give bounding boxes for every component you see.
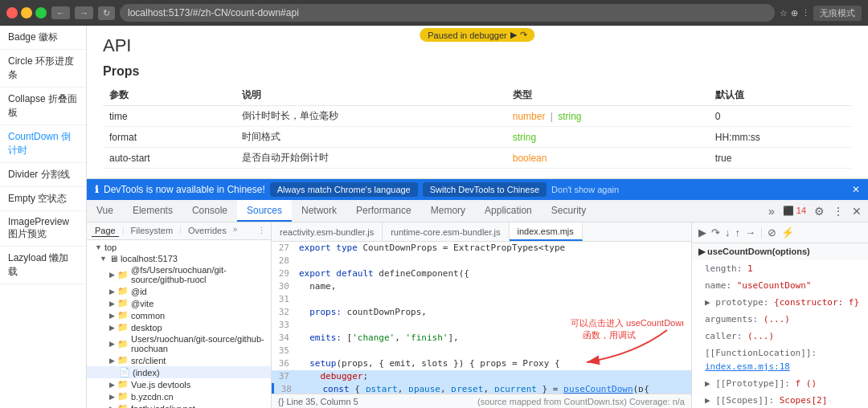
sidebar-item-collapse[interactable]: Collapse 折叠面板: [0, 88, 86, 125]
tab-console[interactable]: Console: [182, 200, 237, 222]
watch-name: name: "useCountDown": [692, 277, 868, 294]
tab-memory[interactable]: Memory: [421, 200, 475, 222]
match-language-btn[interactable]: Always match Chrome's language: [270, 182, 418, 197]
devtools-panel: Vue Elements Console Sources Network Per…: [87, 200, 868, 408]
sidebar-item-countdown[interactable]: CountDown 倒计时: [0, 125, 86, 163]
source-main: reactivity.esm-bundler.js runtime-core.e…: [272, 222, 691, 408]
tree-item-vite[interactable]: ▶ 📁 @vite: [87, 297, 271, 309]
tab-elements[interactable]: Elements: [123, 200, 182, 222]
tree-item-users[interactable]: ▶ 📁 Users/ruochuan/git-source/github-ruo…: [87, 333, 271, 354]
tab-vue[interactable]: Vue: [87, 200, 123, 222]
param-autostart: auto-start: [103, 148, 235, 169]
address-bar[interactable]: localhost:5173/#/zh-CN/count-down#api: [120, 4, 775, 22]
tree-item-vuejs[interactable]: ▶ 📁 Vue.js devtools: [87, 378, 271, 390]
more-tabs-btn[interactable]: »: [765, 203, 778, 219]
step-icon[interactable]: ↷: [520, 30, 527, 40]
watch-prototype: ▶ prototype: {constructor: f}: [692, 294, 868, 311]
step-over-btn[interactable]: ↷: [710, 225, 722, 240]
desc-format: 时间格式: [235, 127, 506, 148]
sidebar-item-empty[interactable]: Empty 空状态: [0, 187, 86, 211]
localhost-icon: 🖥: [109, 254, 118, 263]
tree-item-byzncdn[interactable]: ▶ 📁 b.yzcdn.cn: [87, 390, 271, 402]
folder-icon3: 📁: [117, 298, 129, 308]
devtools-body: Page | Filesystem | Overrides » ⋮: [87, 222, 868, 408]
code-line-33: 33: [272, 319, 691, 332]
sync-icon[interactable]: ⋮: [257, 226, 266, 236]
deactivate-btn[interactable]: ⊘: [766, 225, 778, 240]
source-tab-runtime[interactable]: runtime-core.esm-bundler.js: [383, 222, 509, 241]
resume-btn[interactable]: ▶: [697, 225, 708, 240]
top-label: top: [104, 243, 117, 252]
source-tab-reactivity[interactable]: reactivity.esm-bundler.js: [272, 222, 383, 241]
source-tab-index[interactable]: index.esm.mjs: [510, 222, 583, 241]
resume-icon[interactable]: ▶: [510, 30, 517, 40]
code-line-37: 37 debugger;: [272, 370, 691, 383]
file-tree-tabs: Page | Filesystem | Overrides »: [92, 225, 237, 237]
settings-btn[interactable]: ⚙: [811, 203, 828, 219]
code-pane: 27 export type CountDownProps = ExtractP…: [272, 242, 691, 394]
back-btn[interactable]: ←: [51, 6, 70, 19]
more-menu-btn[interactable]: ⋮: [829, 203, 847, 219]
tree-item-fastly[interactable]: ▶ 📁 fastly.jsdelivr.net: [87, 402, 271, 408]
tab-application[interactable]: Application: [475, 200, 542, 222]
tree-item-common[interactable]: ▶ 📁 common: [87, 309, 271, 321]
folder-icon: 📁: [117, 270, 129, 280]
fs-label: @fs/Users/ruochuan/git-source/github-ruo…: [131, 265, 266, 284]
debugger-pane: ▶ ↷ ↓ ↑ → ⊘ ⚡ ▶ useCountDown(options): [691, 222, 868, 408]
step-out-btn[interactable]: ↑: [734, 225, 743, 240]
tab-page[interactable]: Page: [92, 225, 119, 237]
tab-overrides[interactable]: Overrides: [185, 225, 230, 237]
sidebar-item-lazyload[interactable]: Lazyload 懒加载: [0, 247, 86, 284]
srcclient-label: src/client: [131, 356, 166, 365]
col-param: 参数: [103, 85, 235, 106]
type-format: string: [506, 127, 709, 148]
tree-item-fs[interactable]: ▶ 📁 @fs/Users/ruochuan/git-source/github…: [87, 264, 271, 285]
dont-show-link[interactable]: Don't show again: [551, 185, 619, 194]
index-label: (index): [133, 368, 160, 377]
watch-arguments: arguments: (...): [692, 311, 868, 328]
tree-item-desktop[interactable]: ▶ 📁 desktop: [87, 321, 271, 333]
file-tree-pane: Page | Filesystem | Overrides » ⋮: [87, 222, 272, 408]
maximize-window-btn[interactable]: [35, 7, 47, 18]
close-devtools-btn[interactable]: ✕: [849, 203, 865, 219]
tab-performance[interactable]: Performance: [346, 200, 421, 222]
sidebar-item-divider[interactable]: Divider 分割线: [0, 163, 86, 187]
tab-sources[interactable]: Sources: [237, 200, 292, 222]
sidebar-item-circle[interactable]: Circle 环形进度条: [0, 50, 86, 88]
code-line-38: 38 const { ᴅstart, ᴅpause, ᴅreset, ᴅcurr…: [272, 383, 691, 394]
sidebar-item-badge[interactable]: Badge 徽标: [0, 26, 86, 50]
tree-item-srcclient[interactable]: ▶ 📁 src/client: [87, 354, 271, 366]
sidebar-item-imagepreview[interactable]: ImagePreview 图片预览: [0, 211, 86, 247]
tree-item-id[interactable]: ▶ 📁 @id: [87, 285, 271, 297]
tab-security[interactable]: Security: [542, 200, 596, 222]
step-into-btn[interactable]: ↓: [723, 225, 732, 240]
pause-exception-btn[interactable]: ⚡: [780, 225, 796, 240]
tab-network[interactable]: Network: [292, 200, 346, 222]
no-trace-btn[interactable]: 无痕模式: [813, 6, 862, 21]
error-count: ⬛ 14: [780, 206, 809, 216]
tab-filesystem[interactable]: Filesystem: [128, 225, 177, 237]
tree-item-top[interactable]: ▼ top: [87, 242, 271, 253]
file-icon: 📄: [119, 367, 130, 377]
switch-devtools-btn[interactable]: Switch DevTools to Chinese: [423, 182, 547, 197]
tree-item-index[interactable]: 📄 (index): [87, 366, 271, 378]
param-format: format: [103, 127, 235, 148]
col-desc: 说明: [235, 85, 506, 106]
step-btn[interactable]: →: [743, 225, 757, 240]
close-info-btn[interactable]: ✕: [852, 184, 860, 195]
browser-bar: ← → ↻ localhost:5173/#/zh-CN/count-down#…: [0, 0, 868, 26]
window-controls: [6, 7, 47, 18]
minimize-window-btn[interactable]: [21, 7, 32, 18]
col-type: 类型: [506, 85, 709, 106]
close-window-btn[interactable]: [6, 7, 18, 18]
users-label: Users/ruochuan/git-source/github-ruochua…: [131, 334, 266, 353]
props-title: Props: [103, 64, 852, 79]
forward-btn[interactable]: →: [75, 6, 93, 19]
param-time: time: [103, 106, 235, 127]
call-stack-label: ▶ useCountDown(options): [698, 247, 810, 257]
folder-icon6: 📁: [117, 339, 129, 349]
call-stack-header[interactable]: ▶ useCountDown(options): [692, 243, 868, 260]
reload-btn[interactable]: ↻: [98, 6, 115, 20]
status-position: {} Line 35, Column 5: [278, 397, 477, 406]
tree-item-localhost[interactable]: ▼ 🖥 localhost:5173: [87, 253, 271, 264]
